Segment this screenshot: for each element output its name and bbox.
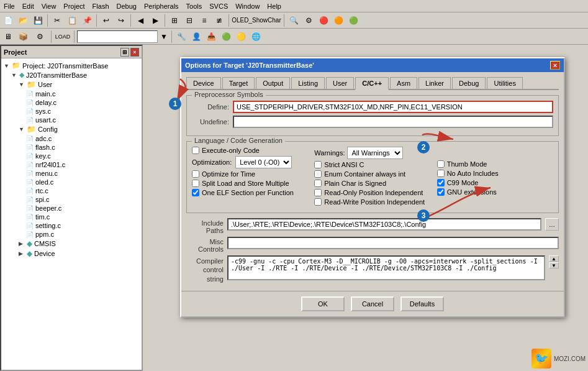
b3[interactable]: ≡ xyxy=(197,14,211,27)
back-btn[interactable]: ◀ xyxy=(133,14,147,27)
config-folder[interactable]: ▼ 📁 Config xyxy=(19,124,139,134)
list-item[interactable]: 📄usart.c xyxy=(26,116,139,124)
ok-button[interactable]: OK xyxy=(301,296,345,311)
tab-listing[interactable]: Listing xyxy=(291,77,325,89)
list-item[interactable]: 📄nrf24l01.c xyxy=(26,160,139,169)
menu-file[interactable]: File xyxy=(0,1,19,11)
compiler-string-textarea[interactable]: -c99 -gnu -c -cpu Cortex-M3 -D__MICROLIB… xyxy=(227,255,545,280)
include-paths-input[interactable] xyxy=(227,218,541,231)
read-write-check[interactable] xyxy=(314,198,322,206)
menu-help[interactable]: Help xyxy=(263,1,285,11)
redo-btn[interactable]: ↪ xyxy=(114,14,128,27)
device-item[interactable]: ▶ ◆ Device xyxy=(19,249,139,259)
execute-only-check[interactable] xyxy=(192,147,199,154)
tb2-b4[interactable]: LOAD xyxy=(54,30,71,44)
read-only-check[interactable] xyxy=(314,189,322,196)
open-btn[interactable]: 📂 xyxy=(16,14,30,27)
copy-btn[interactable]: 📋 xyxy=(65,14,79,27)
list-item[interactable]: 📄menu.c xyxy=(26,169,139,178)
compiler-scroll-down[interactable]: ▼ xyxy=(549,262,559,268)
tb2-b10[interactable]: 🌐 xyxy=(249,30,263,44)
tab-asm[interactable]: Asm xyxy=(390,77,417,89)
list-item[interactable]: 📄sys.c xyxy=(26,107,139,116)
j20-item[interactable]: ▼ ◆ J20TransmitterBase xyxy=(11,70,139,80)
tab-user[interactable]: User xyxy=(326,77,354,89)
menu-tools[interactable]: Tools xyxy=(183,1,206,11)
strict-ansi-check[interactable] xyxy=(314,161,322,168)
list-item[interactable]: 📄rtc.c xyxy=(26,186,139,195)
dialog-close-btn[interactable]: × xyxy=(550,61,560,70)
menu-window[interactable]: Window xyxy=(232,1,263,11)
tb2-b8[interactable]: 🟢 xyxy=(219,30,233,44)
menu-view[interactable]: View xyxy=(38,1,60,11)
target-dropdown[interactable]: ▼ xyxy=(159,30,169,44)
tb2-b3[interactable]: ⚙ xyxy=(31,30,48,44)
plain-char-check[interactable] xyxy=(314,180,322,187)
b4[interactable]: ≢ xyxy=(212,14,226,27)
tab-device[interactable]: Device xyxy=(186,77,221,89)
new-btn[interactable]: 📄 xyxy=(1,14,15,27)
panel-float-btn[interactable]: ⊞ xyxy=(120,48,129,57)
tb2-b6[interactable]: 👤 xyxy=(189,30,203,44)
b6[interactable]: 🔍 xyxy=(287,14,301,27)
tab-target[interactable]: Target xyxy=(222,77,255,89)
list-item[interactable]: 📄flash.c xyxy=(26,143,139,152)
split-load-check[interactable] xyxy=(192,180,199,187)
menu-project[interactable]: Project xyxy=(60,1,88,11)
tree-root[interactable]: ▼ 📁 Project: J20TransmitterBase xyxy=(4,61,139,70)
b2[interactable]: ⊟ xyxy=(183,14,196,27)
b1[interactable]: ⊞ xyxy=(168,14,181,27)
b9[interactable]: 🟠 xyxy=(332,14,345,27)
define-input[interactable] xyxy=(233,101,553,113)
list-item[interactable]: 📄oled.c xyxy=(26,178,139,186)
list-item[interactable]: 📄adc.c xyxy=(26,134,139,143)
cmsis-item[interactable]: ▶ ◆ CMSIS xyxy=(19,239,139,249)
undefine-input[interactable] xyxy=(233,116,553,128)
tb2-b2[interactable]: 📦 xyxy=(16,30,30,44)
menu-flash[interactable]: Flash xyxy=(89,1,113,11)
tab-output[interactable]: Output xyxy=(256,77,290,89)
list-item[interactable]: 📄spi.c xyxy=(26,195,139,204)
undo-btn[interactable]: ↩ xyxy=(99,14,113,27)
tab-cpp[interactable]: C/C++ xyxy=(355,77,389,90)
b8[interactable]: 🔴 xyxy=(317,14,330,27)
warnings-select[interactable]: All Warnings No Warnings xyxy=(347,147,403,159)
list-item[interactable]: 📄delay.c xyxy=(26,98,139,107)
c99-mode-check[interactable] xyxy=(437,179,445,186)
user-folder[interactable]: ▼ 📁 User xyxy=(19,80,139,89)
panel-close-btn[interactable]: × xyxy=(130,48,139,57)
tab-linker[interactable]: Linker xyxy=(418,77,451,89)
list-item[interactable]: 📄ppm.c xyxy=(26,230,139,239)
tb2-b1[interactable]: 🖥 xyxy=(1,30,15,44)
include-paths-browse-btn[interactable]: … xyxy=(545,218,559,231)
tab-utilities[interactable]: Utilities xyxy=(487,77,522,89)
list-item[interactable]: 📄key.c xyxy=(26,152,139,160)
tb2-b7[interactable]: 📥 xyxy=(204,30,218,44)
menu-debug[interactable]: Debug xyxy=(113,1,140,11)
list-item[interactable]: 📄beeper.c xyxy=(26,204,139,213)
cancel-button[interactable]: Cancel xyxy=(351,296,394,311)
defaults-button[interactable]: Defaults xyxy=(400,296,444,311)
optimization-select[interactable]: Level 0 (-O0) Level 1 (-O1) Level 2 (-O2… xyxy=(235,156,292,168)
menu-svcs[interactable]: SVCS xyxy=(206,1,232,11)
enum-container-check[interactable] xyxy=(314,170,322,178)
b7[interactable]: ⚙ xyxy=(302,14,315,27)
no-auto-includes-check[interactable] xyxy=(437,170,445,177)
one-elf-check[interactable] xyxy=(192,189,199,196)
compiler-scroll-up[interactable]: ▲ xyxy=(549,255,559,262)
menu-peripherals[interactable]: Peripherals xyxy=(140,1,183,11)
tab-debug[interactable]: Debug xyxy=(452,77,486,89)
save-btn[interactable]: 💾 xyxy=(31,14,45,27)
target-input[interactable]: J20TransmitterBase xyxy=(77,30,158,43)
cut-btn[interactable]: ✂ xyxy=(50,14,64,27)
fwd-btn[interactable]: ▶ xyxy=(148,14,162,27)
optimize-time-check[interactable] xyxy=(192,170,199,178)
tb2-b5[interactable]: 🔧 xyxy=(174,30,188,44)
gnu-extensions-check[interactable] xyxy=(437,188,445,196)
thumb-mode-check[interactable] xyxy=(437,160,445,168)
list-item[interactable]: 📄setting.c xyxy=(26,221,139,230)
misc-controls-input[interactable] xyxy=(227,237,559,249)
paste-btn[interactable]: 📌 xyxy=(80,14,94,27)
menu-edit[interactable]: Edit xyxy=(19,1,38,11)
b5[interactable]: OLED_ShowChar xyxy=(232,14,281,27)
